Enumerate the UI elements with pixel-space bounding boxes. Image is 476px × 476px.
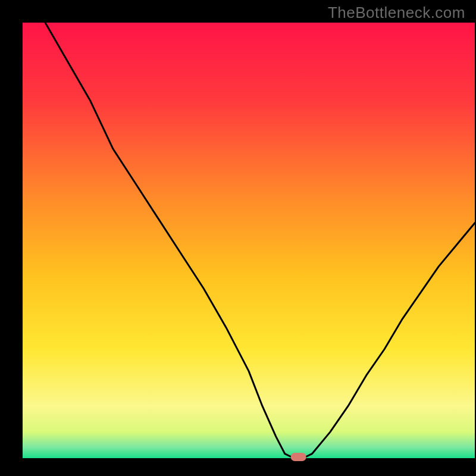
- gradient-background: [23, 23, 475, 458]
- chart-container: { "watermark": "TheBottleneck.com", "cha…: [0, 0, 476, 476]
- bottleneck-chart: [0, 0, 476, 476]
- optimal-point-marker: [291, 453, 306, 461]
- watermark-text: TheBottleneck.com: [328, 4, 465, 22]
